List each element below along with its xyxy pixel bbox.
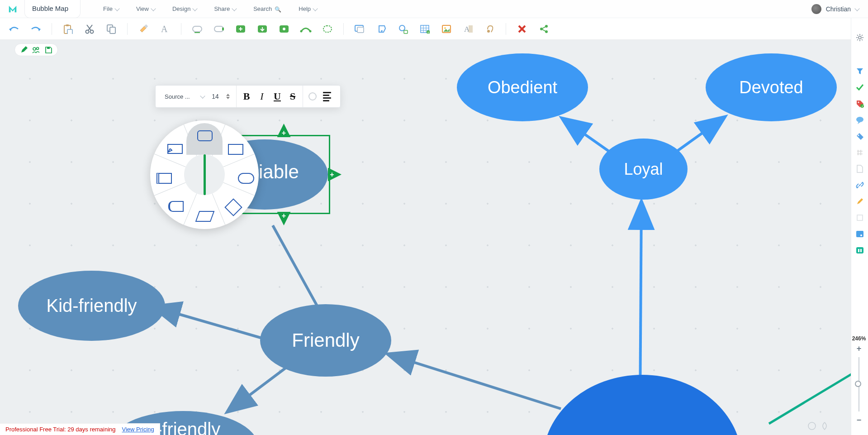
- chevron-down-icon: [151, 6, 156, 11]
- user-menu[interactable]: Christian: [811, 4, 859, 14]
- menu-view[interactable]: View: [136, 5, 155, 12]
- trial-text: Professional Free Trial: 29 days remaini…: [5, 426, 116, 433]
- collab-icon[interactable]: [32, 46, 40, 53]
- book-icon[interactable]: [855, 213, 865, 223]
- add-topic-down-button[interactable]: [256, 24, 268, 34]
- bubble-loyal[interactable]: Loyal: [599, 139, 688, 200]
- panel-icon[interactable]: [855, 245, 865, 255]
- canvas[interactable]: Obedient Devoted Loyal Kid-friendly Frie…: [0, 40, 851, 435]
- delete-button[interactable]: [516, 24, 528, 34]
- shape-pill[interactable]: [238, 173, 254, 184]
- bubble-devoted[interactable]: Devoted: [706, 53, 837, 121]
- attach-button[interactable]: [484, 24, 496, 34]
- cut-button[interactable]: [84, 24, 95, 34]
- avatar: [811, 4, 821, 14]
- separator: [181, 23, 181, 35]
- shape-cylinder[interactable]: [168, 201, 184, 212]
- link-icon[interactable]: [855, 180, 865, 190]
- menu-search[interactable]: Search🔍: [253, 5, 281, 12]
- svg-rect-9: [66, 24, 69, 26]
- italic-button[interactable]: I: [257, 91, 266, 102]
- shape-note[interactable]: [167, 144, 183, 154]
- text-format-toolbar: Source ... 14 B I U S: [155, 85, 341, 108]
- underline-button[interactable]: U: [273, 91, 282, 102]
- font-size-input[interactable]: 14: [211, 93, 220, 100]
- svg-text:+: +: [427, 30, 430, 33]
- tag-red-icon[interactable]: ✓: [855, 99, 865, 109]
- text-style-button[interactable]: A: [159, 24, 171, 34]
- find-replace-button[interactable]: [397, 24, 409, 34]
- map-thumb-icon[interactable]: [855, 229, 865, 239]
- price-tag-icon[interactable]: [855, 131, 865, 141]
- svg-line-75: [862, 35, 863, 36]
- svg-rect-66: [47, 47, 50, 49]
- save-icon[interactable]: [45, 46, 52, 53]
- zoom-slider[interactable]: [859, 357, 859, 411]
- text-color-button[interactable]: [308, 92, 317, 100]
- chevron-down-icon: [114, 6, 119, 11]
- spreadsheet-button[interactable]: +: [419, 24, 431, 34]
- svg-rect-22: [222, 28, 224, 30]
- font-size-spinner[interactable]: [226, 94, 231, 99]
- zoom-out-button[interactable]: −: [857, 416, 862, 424]
- gear-icon[interactable]: [855, 33, 865, 43]
- shape-parallelogram[interactable]: [195, 211, 215, 222]
- quick-actions-toolbar: [14, 43, 58, 56]
- shape-rect[interactable]: [228, 144, 243, 155]
- svg-text:✓: ✓: [861, 104, 864, 108]
- doc-icon[interactable]: [855, 164, 865, 174]
- fill-button[interactable]: [375, 24, 387, 34]
- redo-button[interactable]: [30, 24, 42, 34]
- bold-button[interactable]: B: [242, 91, 251, 102]
- filter-icon[interactable]: [855, 66, 865, 76]
- svg-rect-19: [193, 26, 202, 32]
- pencil-yellow-icon[interactable]: [855, 196, 865, 206]
- menu-help[interactable]: Help: [299, 5, 317, 12]
- bubble-kid-friendly[interactable]: Kid-friendly: [18, 271, 165, 341]
- shape-card[interactable]: [157, 173, 172, 184]
- svg-rect-90: [858, 249, 859, 252]
- boundary-button[interactable]: [322, 24, 333, 34]
- view-pricing-link[interactable]: View Pricing: [122, 426, 154, 433]
- font-art-button[interactable]: A: [462, 24, 474, 34]
- hash-icon[interactable]: [855, 148, 865, 158]
- undo-button[interactable]: [8, 24, 20, 34]
- app-logo[interactable]: [0, 0, 25, 18]
- comment-bubble-icon[interactable]: [855, 115, 865, 125]
- svg-rect-10: [67, 29, 72, 34]
- topic-outline-button[interactable]: [191, 24, 203, 34]
- bubble-friendly[interactable]: Friendly: [260, 304, 391, 377]
- menu-design[interactable]: Design: [172, 5, 197, 12]
- add-subtopic-button[interactable]: [278, 24, 290, 34]
- pencil-icon[interactable]: [20, 46, 28, 53]
- font-select[interactable]: Source ...: [165, 93, 194, 100]
- paste-button[interactable]: [62, 24, 74, 34]
- align-button[interactable]: [323, 92, 331, 101]
- checkmark-icon[interactable]: [855, 82, 865, 92]
- chevron-down-icon: [193, 6, 198, 11]
- format-paint-button[interactable]: [138, 24, 149, 34]
- svg-point-28: [283, 28, 285, 30]
- share-button[interactable]: [538, 24, 550, 34]
- relationship-button[interactable]: [300, 24, 312, 34]
- svg-point-30: [309, 30, 312, 32]
- image-button[interactable]: [441, 24, 452, 34]
- menu-file[interactable]: File: [103, 5, 119, 12]
- chevron-down-icon: [232, 6, 237, 11]
- document-title-tab[interactable]: Bubble Map: [24, 0, 81, 18]
- zoom-in-button[interactable]: +: [857, 344, 862, 353]
- zoom-thumb[interactable]: [855, 381, 861, 387]
- bubble-obedient[interactable]: Obedient: [457, 53, 588, 121]
- strike-button[interactable]: S: [288, 91, 297, 102]
- shape-radial-menu[interactable]: [150, 120, 259, 229]
- menu-share[interactable]: Share: [214, 5, 236, 12]
- svg-rect-33: [357, 27, 364, 33]
- topic-side-button[interactable]: [213, 24, 225, 34]
- comment-button[interactable]: [354, 24, 365, 34]
- svg-point-81: [858, 135, 859, 136]
- add-topic-button[interactable]: [235, 24, 247, 34]
- shape-diamond[interactable]: [224, 198, 242, 216]
- shape-rounded-rect[interactable]: [197, 130, 213, 141]
- svg-point-80: [856, 117, 863, 122]
- copy-button[interactable]: [105, 24, 117, 34]
